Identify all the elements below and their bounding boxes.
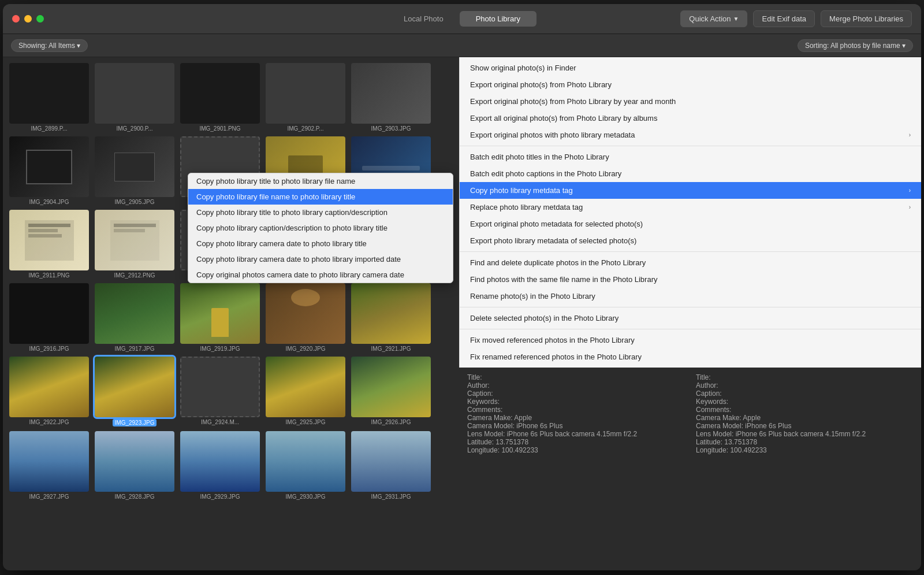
- qa-replace-metadata-tag[interactable]: Replace photo library metdata tag ›: [460, 199, 921, 216]
- photo-thumbnail[interactable]: [180, 357, 260, 417]
- photo-thumbnail[interactable]: [351, 63, 431, 124]
- context-item-copy-camera-date-to-imported[interactable]: Copy photo library camera date to photo …: [188, 251, 453, 267]
- meta-key-latitude-r: Latitude: 13.751378: [696, 438, 757, 446]
- photo-thumbnail[interactable]: [9, 136, 89, 197]
- context-item-copy-caption-to-title[interactable]: Copy photo library caption/description t…: [188, 220, 453, 236]
- photo-thumbnail[interactable]: [266, 283, 345, 344]
- photo-thumbnail[interactable]: [95, 431, 174, 492]
- meta-key-comments: Comments:: [467, 406, 502, 414]
- showing-filter[interactable]: Showing: All Items ▾: [11, 39, 88, 52]
- list-item[interactable]: IMG_2922.JPG: [9, 357, 90, 426]
- tab-local-photo[interactable]: Local Photo: [388, 11, 460, 27]
- qa-fix-renamed[interactable]: Fix renamed referenced photos in the Pho…: [460, 348, 921, 365]
- list-item[interactable]: IMG_2911.PNG: [9, 210, 90, 279]
- meta-key-camera-make: Camera Make: Apple: [467, 414, 532, 422]
- photo-thumbnail[interactable]: [95, 63, 174, 124]
- merge-libraries-button[interactable]: Merge Photo Libraries: [821, 10, 912, 27]
- meta-key-keywords-r: Keywords:: [696, 398, 728, 406]
- maximize-button[interactable]: [36, 15, 44, 23]
- list-item[interactable]: IMG_2899.P...: [9, 63, 90, 132]
- list-item[interactable]: IMG_2920.JPG: [265, 283, 346, 352]
- meta-key-keywords: Keywords:: [467, 398, 500, 406]
- list-item[interactable]: IMG_2931.JPG: [351, 431, 431, 500]
- tab-photo-library[interactable]: Photo Library: [460, 11, 536, 27]
- list-item[interactable]: IMG_2900.P...: [94, 63, 175, 132]
- photo-thumbnail[interactable]: [266, 63, 345, 124]
- photo-thumbnail[interactable]: [266, 357, 345, 417]
- qa-export-by-year-month[interactable]: Export original photo(s) from Photo Libr…: [460, 93, 921, 110]
- qa-batch-edit-captions[interactable]: Batch edit photo captions in the Photo L…: [460, 165, 921, 182]
- photo-thumbnail[interactable]: [95, 210, 174, 270]
- meta-row-comments-left: Comments:: [467, 406, 684, 414]
- context-item-copy-filename-to-title[interactable]: Copy photo library file name to photo li…: [188, 189, 453, 205]
- photo-filename: IMG_2911.PNG: [28, 272, 69, 279]
- quick-action-button[interactable]: Quick Action ▼: [680, 10, 747, 27]
- qa-find-same-filename[interactable]: Find photos with the same file name in t…: [460, 271, 921, 288]
- photo-thumbnail[interactable]: [180, 63, 260, 124]
- meta-row-author-right: Author:: [696, 381, 913, 389]
- photo-thumbnail[interactable]: [180, 431, 260, 492]
- qa-export-library-metadata[interactable]: Export photo library metadata of selecte…: [460, 232, 921, 249]
- qa-export-metadata-selected[interactable]: Export original photo metadata for selec…: [460, 216, 921, 232]
- qa-export-by-albums[interactable]: Export all original photo(s) from Photo …: [460, 110, 921, 127]
- meta-right: Title: Author: Caption: Keywords: Commen: [696, 373, 913, 454]
- meta-row-camera-make-left: Camera Make: Apple: [467, 414, 684, 422]
- list-item[interactable]: IMG_2926.JPG: [351, 357, 431, 426]
- qa-copy-metadata-tag[interactable]: Copy photo library metdata tag ›: [460, 182, 921, 199]
- photo-thumbnail[interactable]: [351, 431, 431, 492]
- meta-row-comments-right: Comments:: [696, 406, 913, 414]
- list-item[interactable]: IMG_2924.M...: [180, 357, 260, 426]
- photo-grid[interactable]: IMG_2899.P... IMG_2900.P... IMG_2901.PNG…: [3, 57, 459, 570]
- context-item-copy-title-to-filename[interactable]: Copy photo library title to photo librar…: [188, 173, 453, 189]
- qa-export-with-metadata[interactable]: Export original photos with photo librar…: [460, 127, 921, 143]
- qa-export-from-library[interactable]: Export original photo(s) from Photo Libr…: [460, 76, 921, 93]
- edit-exif-button[interactable]: Edit Exif data: [753, 10, 815, 27]
- list-item[interactable]: IMG_2917.JPG: [94, 283, 175, 352]
- list-item[interactable]: IMG_2927.JPG: [9, 431, 90, 500]
- context-item-copy-camera-date-to-title[interactable]: Copy photo library camera date to photo …: [188, 236, 453, 251]
- photo-thumbnail[interactable]: [351, 283, 431, 344]
- list-item[interactable]: IMG_2901.PNG: [180, 63, 260, 132]
- list-item[interactable]: IMG_2904.JPG: [9, 136, 90, 205]
- photo-thumbnail[interactable]: [95, 357, 174, 417]
- photo-thumbnail[interactable]: [9, 431, 89, 492]
- list-item[interactable]: IMG_2929.JPG: [180, 431, 260, 500]
- minimize-button[interactable]: [24, 15, 32, 23]
- context-item-copy-original-camera-date[interactable]: Copy original photos camera date to phot…: [188, 267, 453, 283]
- list-item[interactable]: IMG_2905.JPG: [94, 136, 175, 205]
- photo-thumbnail[interactable]: [9, 357, 89, 417]
- photo-thumbnail[interactable]: [9, 283, 89, 344]
- qa-fix-moved[interactable]: Fix moved referenced photos in the Photo…: [460, 332, 921, 348]
- photo-thumbnail[interactable]: [266, 431, 345, 492]
- photo-thumbnail[interactable]: [9, 210, 89, 270]
- qa-find-delete-duplicates[interactable]: Find and delete duplicate photos in the …: [460, 254, 921, 271]
- list-item[interactable]: IMG_2916.JPG: [9, 283, 90, 352]
- list-item[interactable]: IMG_2928.JPG: [94, 431, 175, 500]
- sorting-filter[interactable]: Sorting: All photos by file name ▾: [798, 39, 913, 52]
- photo-thumbnail[interactable]: [95, 136, 174, 197]
- qa-show-in-finder[interactable]: Show original photo(s) in Finder: [460, 60, 921, 76]
- main-content: IMG_2899.P... IMG_2900.P... IMG_2901.PNG…: [3, 57, 921, 570]
- photo-thumbnail[interactable]: [95, 283, 174, 344]
- close-button[interactable]: [12, 15, 20, 23]
- list-item[interactable]: IMG_2921.JPG: [351, 283, 431, 352]
- list-item[interactable]: IMG_2919.JPG: [180, 283, 260, 352]
- list-item[interactable]: IMG_2902.P...: [265, 63, 346, 132]
- photo-filename: IMG_2916.JPG: [29, 346, 69, 352]
- qa-rename-photos[interactable]: Rename photo(s) in the Photo Library: [460, 288, 921, 305]
- photo-filename: IMG_2930.JPG: [286, 494, 326, 500]
- chevron-right-icon: ›: [909, 132, 911, 138]
- meta-key-camera-model: Camera Model: iPhone 6s Plus: [467, 422, 562, 430]
- photo-thumbnail[interactable]: [351, 357, 431, 417]
- photo-thumbnail[interactable]: [9, 63, 89, 124]
- chevron-right-icon-highlighted: ›: [909, 187, 911, 194]
- list-item[interactable]: IMG_2923.JPG: [94, 357, 175, 426]
- list-item[interactable]: IMG_2925.JPG: [265, 357, 346, 426]
- list-item[interactable]: IMG_2912.PNG: [94, 210, 175, 279]
- qa-delete-selected[interactable]: Delete selected photo(s) in the Photo Li…: [460, 310, 921, 327]
- list-item[interactable]: IMG_2930.JPG: [265, 431, 346, 500]
- context-item-copy-title-to-caption[interactable]: Copy photo library title to photo librar…: [188, 205, 453, 220]
- qa-batch-edit-titles[interactable]: Batch edit photo titles in the Photo Lib…: [460, 149, 921, 165]
- photo-thumbnail[interactable]: [180, 283, 260, 344]
- list-item[interactable]: IMG_2903.JPG: [351, 63, 431, 132]
